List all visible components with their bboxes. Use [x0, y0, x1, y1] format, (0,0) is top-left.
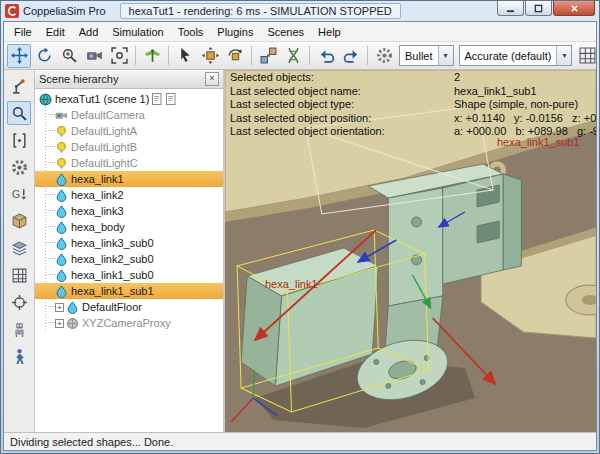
tree-item-label: DefaultCamera: [71, 109, 145, 121]
tree-item-hexatut1-scene-1-[interactable]: hexaTut1 (scene 1): [35, 91, 223, 107]
menu-item-tools[interactable]: Tools: [171, 24, 211, 40]
tree-item-label: hexa_link3_sub0: [71, 237, 154, 249]
tree-item-hexa_body[interactable]: hexa_body: [35, 219, 223, 235]
tree-expander[interactable]: +: [55, 319, 64, 328]
tree-connector: [46, 274, 55, 276]
gear-icon[interactable]: [7, 155, 31, 179]
menu-item-scenes[interactable]: Scenes: [260, 24, 311, 40]
tree-item-hexa_link1[interactable]: hexa_link1: [35, 171, 223, 187]
toolbar-separator: [251, 46, 252, 65]
status-text: Dividing selected shapes... Done.: [10, 436, 173, 448]
scene-script-icon[interactable]: [152, 93, 163, 105]
side-toolbar: G: [4, 70, 35, 432]
tree-connector: [46, 130, 55, 132]
menu-item-add[interactable]: Add: [72, 24, 106, 40]
toolbar: Bullet ▼ Accurate (default) ▼: [4, 42, 596, 70]
close-icon[interactable]: ×: [205, 72, 219, 86]
shape-icon: [55, 253, 68, 266]
tree-expander[interactable]: +: [55, 303, 64, 312]
tree-item-hexa_link2_sub0[interactable]: hexa_link2_sub0: [35, 251, 223, 267]
camera-angle-icon[interactable]: [82, 44, 106, 68]
scene-tree: hexaTut1 (scene 1)DefaultCameraDefaultLi…: [35, 89, 223, 432]
engine-dropdown-value: Bullet: [400, 50, 438, 62]
transfer-dna-icon[interactable]: [281, 44, 305, 68]
crosshair-icon[interactable]: [7, 290, 31, 314]
title-bar[interactable]: CoppeliaSim Pro hexaTut1 - rendering: 6 …: [1, 1, 599, 21]
gravity-icon[interactable]: G: [7, 182, 31, 206]
redo-icon[interactable]: [339, 44, 363, 68]
tree-item-label: hexaTut1 (scene 1): [55, 93, 149, 105]
tree-item-hexa_link2[interactable]: hexa_link2: [35, 187, 223, 203]
camera-rotate-icon[interactable]: [32, 44, 56, 68]
scene-hierarchy-header: Scene hierarchy ×: [35, 70, 223, 89]
app-title: CoppeliaSim Pro: [23, 5, 106, 17]
maximize-icon[interactable]: [525, 1, 552, 16]
app-logo-icon: [5, 4, 19, 18]
engine-dropdown[interactable]: Bullet ▼: [399, 45, 454, 66]
tree-item-label: XYZCameraProxy: [82, 317, 171, 329]
world-icon: [39, 93, 52, 106]
menu-item-plugins[interactable]: Plugins: [210, 24, 260, 40]
object-rotate-icon[interactable]: [223, 44, 247, 68]
object-shift-icon[interactable]: [198, 44, 222, 68]
menu-item-edit[interactable]: Edit: [39, 24, 72, 40]
shape-icon: [55, 221, 68, 234]
grid-small-icon[interactable]: [7, 263, 31, 287]
overlay-value: Shape (simple, non-pure): [454, 98, 578, 110]
tree-item-hexa_link1_sub0[interactable]: hexa_link1_sub0: [35, 267, 223, 283]
accuracy-dropdown-value: Accurate (default): [460, 50, 557, 62]
grid-icon[interactable]: [575, 44, 596, 68]
camera-pan-icon[interactable]: [7, 44, 31, 68]
tree-item-label: hexa_link1_sub1: [71, 285, 154, 297]
tree-item-hexa_link3[interactable]: hexa_link3: [35, 203, 223, 219]
fly-mode-icon[interactable]: [140, 44, 164, 68]
close-icon[interactable]: [553, 1, 595, 16]
overlay-row: Last selected object position:x: +0.1140…: [230, 112, 596, 126]
selection-icon[interactable]: [173, 44, 197, 68]
window-controls: [497, 1, 595, 16]
overlay-label: Last selected object position:: [230, 112, 454, 126]
scene-hierarchy-panel: Scene hierarchy × hexaTut1 (scene 1)Defa…: [35, 70, 225, 432]
camera-fit-icon[interactable]: [107, 44, 131, 68]
minimize-icon[interactable]: [497, 1, 524, 16]
tree-item-defaultcamera[interactable]: DefaultCamera: [35, 107, 223, 123]
robot-icon[interactable]: [7, 317, 31, 341]
scene-script-icon[interactable]: [166, 93, 177, 105]
person-icon[interactable]: [7, 344, 31, 368]
tree-item-defaultlighta[interactable]: DefaultLightA: [35, 123, 223, 139]
assemble-icon[interactable]: [256, 44, 280, 68]
search-icon[interactable]: [7, 101, 31, 125]
dynamics-icon[interactable]: [372, 44, 396, 68]
chevron-down-icon[interactable]: ▼: [438, 46, 453, 65]
light-icon: [55, 141, 68, 154]
tree-item-defaultlightc[interactable]: DefaultLightC: [35, 155, 223, 171]
brackets-icon[interactable]: [7, 128, 31, 152]
cube-icon[interactable]: [7, 209, 31, 233]
accuracy-dropdown[interactable]: Accurate (default) ▼: [459, 45, 573, 66]
toolbar-separator: [309, 46, 310, 65]
tree-item-hexa_link3_sub0[interactable]: hexa_link3_sub0: [35, 235, 223, 251]
overlay-row: Selected objects:2: [230, 71, 596, 85]
menu-item-help[interactable]: Help: [311, 24, 348, 40]
camera-zoom-icon[interactable]: [57, 44, 81, 68]
tree-connector: [46, 290, 55, 292]
tree-item-xyzcameraproxy[interactable]: +XYZCameraProxy: [35, 315, 223, 331]
tree-item-label: hexa_link2: [71, 189, 124, 201]
menu-item-file[interactable]: File: [7, 24, 39, 40]
tree-item-hexa_link1_sub1[interactable]: hexa_link1_sub1: [35, 283, 223, 299]
tree-item-label: hexa_link3: [71, 205, 124, 217]
overlay-label: Last selected object name:: [230, 85, 454, 99]
chevron-down-icon[interactable]: ▼: [556, 46, 571, 65]
shape-icon: [55, 285, 68, 298]
tree-item-defaultfloor[interactable]: +DefaultFloor: [35, 299, 223, 315]
menu-item-simulation[interactable]: Simulation: [105, 24, 170, 40]
shape-icon: [66, 301, 79, 314]
overlay-row: Last selected object name:hexa_link1_sub…: [230, 85, 596, 99]
client-area: FileEditAddSimulationToolsPluginsScenesH…: [3, 21, 597, 451]
viewport[interactable]: Selected objects:2Last selected object n…: [225, 70, 596, 432]
layers-icon[interactable]: [7, 236, 31, 260]
model-browser-icon[interactable]: [7, 74, 31, 98]
tree-connector: [46, 306, 55, 308]
tree-item-defaultlightb[interactable]: DefaultLightB: [35, 139, 223, 155]
undo-icon[interactable]: [314, 44, 338, 68]
